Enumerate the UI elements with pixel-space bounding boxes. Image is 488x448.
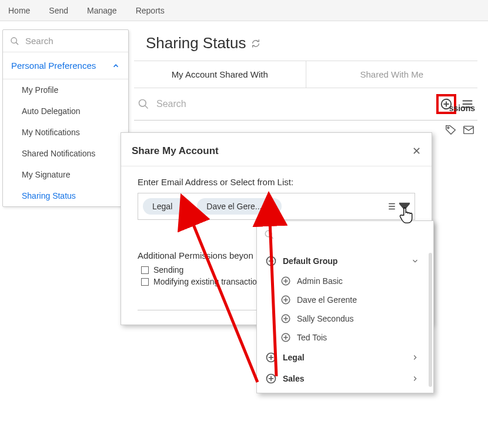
content-search-placeholder[interactable]: Search <box>156 99 436 109</box>
svg-rect-11 <box>464 126 474 134</box>
dropdown-item-admin-basic[interactable]: Admin Basic <box>257 272 427 290</box>
modal-title: Share My Account <box>132 145 219 157</box>
nav-home[interactable]: Home <box>6 1 32 20</box>
svg-line-1 <box>16 42 18 45</box>
chip-label: Legal <box>152 202 172 211</box>
page-title-text: Sharing Status <box>146 34 246 52</box>
sidebar-item-my-signature[interactable]: My Signature <box>3 164 128 185</box>
plus-circle-icon[interactable] <box>280 332 291 343</box>
chip-legal[interactable]: Legal ✕ <box>143 198 192 215</box>
svg-point-10 <box>447 127 449 129</box>
sidebar-item-my-notifications[interactable]: My Notifications <box>3 122 128 143</box>
dropdown-group-label: Legal <box>283 353 305 362</box>
dropdown-item-dave[interactable]: Dave el Gerente <box>257 290 427 309</box>
chip-label: Dave el Gere... <box>206 202 262 211</box>
plus-circle-icon[interactable] <box>265 352 277 363</box>
chip-remove-icon[interactable]: ✕ <box>179 202 186 211</box>
sidebar-item-auto-delegation[interactable]: Auto Delegation <box>3 101 128 122</box>
tab-my-account-shared-with[interactable]: My Account Shared With <box>134 61 306 88</box>
page-title: Sharing Status <box>134 29 477 61</box>
list-icon <box>387 201 398 212</box>
sidebar-search[interactable]: Search <box>3 30 128 52</box>
sidebar: Search Personal Preferences My Profile A… <box>2 29 129 207</box>
checkbox-sending-label: Sending <box>153 265 183 275</box>
permissions-icons <box>444 123 475 136</box>
caret-down-icon <box>399 201 410 212</box>
dropdown-group-sales[interactable]: Sales <box>257 368 427 389</box>
select-from-list-button[interactable] <box>387 201 410 212</box>
svg-line-3 <box>145 106 148 109</box>
svg-point-0 <box>11 38 16 43</box>
plus-circle-icon[interactable] <box>265 373 277 385</box>
sidebar-section-header[interactable]: Personal Preferences <box>3 52 128 79</box>
tabs: My Account Shared With Shared With Me <box>134 61 477 88</box>
tab-shared-with-me[interactable]: Shared With Me <box>306 61 478 88</box>
content-search-row: Search <box>134 88 477 121</box>
chevron-up-icon <box>112 62 120 70</box>
checkbox-icon[interactable] <box>141 278 149 286</box>
dropdown-group-label: Sales <box>283 374 305 383</box>
svg-line-17 <box>270 236 273 239</box>
plus-circle-icon[interactable] <box>265 255 277 267</box>
svg-marker-15 <box>399 203 410 210</box>
chevron-right-icon[interactable] <box>411 353 419 362</box>
svg-point-16 <box>265 230 272 237</box>
tag-icon <box>444 123 457 136</box>
dropdown-search[interactable] <box>257 221 433 250</box>
sidebar-item-sharing-status[interactable]: Sharing Status <box>3 185 128 206</box>
dropdown-group-label: Default Group <box>283 256 337 266</box>
search-icon <box>10 36 19 46</box>
envelope-icon <box>462 123 475 136</box>
group-dropdown: Default Group Admin Basic Dave el Gerent… <box>256 220 434 393</box>
chip-dave[interactable]: Dave el Gere... ✕ <box>197 198 282 215</box>
chevron-right-icon[interactable] <box>411 375 419 383</box>
main-content: Sharing Status My Account Shared With Sh… <box>134 29 477 121</box>
dropdown-group-default[interactable]: Default Group <box>257 250 427 272</box>
dropdown-item-label: Ted Tois <box>297 333 327 342</box>
permissions-column-header-fragment: ssions <box>449 103 475 113</box>
dropdown-item-ted[interactable]: Ted Tois <box>257 328 427 347</box>
sidebar-item-shared-notifications[interactable]: Shared Notifications <box>3 143 128 164</box>
email-field-label: Enter Email Address or Select from List: <box>138 177 415 187</box>
dropdown-item-sally[interactable]: Sally Secondus <box>257 309 427 328</box>
chip-remove-icon[interactable]: ✕ <box>269 202 276 211</box>
plus-circle-icon[interactable] <box>280 295 291 305</box>
plus-circle-icon[interactable] <box>280 313 291 324</box>
search-icon <box>264 229 275 240</box>
dropdown-group-legal[interactable]: Legal <box>257 347 427 368</box>
nav-manage[interactable]: Manage <box>85 1 119 20</box>
chevron-down-icon[interactable] <box>411 257 419 265</box>
sidebar-item-my-profile[interactable]: My Profile <box>3 79 128 101</box>
plus-circle-icon[interactable] <box>280 276 291 286</box>
dropdown-item-label: Dave el Gerente <box>297 295 357 305</box>
dropdown-item-label: Sally Secondus <box>297 314 354 323</box>
checkbox-modifying-label: Modifying existing transactio <box>153 277 257 286</box>
checkbox-icon[interactable] <box>141 266 149 274</box>
email-chip-input[interactable]: Legal ✕ Dave el Gere... ✕ <box>138 193 415 220</box>
refresh-icon[interactable] <box>251 39 260 48</box>
top-nav: Home Send Manage Reports <box>0 0 488 21</box>
sidebar-section-label: Personal Preferences <box>11 61 96 71</box>
sidebar-search-placeholder: Search <box>25 36 54 46</box>
nav-send[interactable]: Send <box>46 1 71 20</box>
sidebar-items: My Profile Auto Delegation My Notificati… <box>3 79 128 206</box>
modal-close-button[interactable]: ✕ <box>412 145 421 158</box>
dropdown-item-label: Admin Basic <box>297 276 343 286</box>
svg-point-2 <box>139 100 146 107</box>
search-icon[interactable] <box>138 98 149 110</box>
nav-reports[interactable]: Reports <box>133 1 167 20</box>
